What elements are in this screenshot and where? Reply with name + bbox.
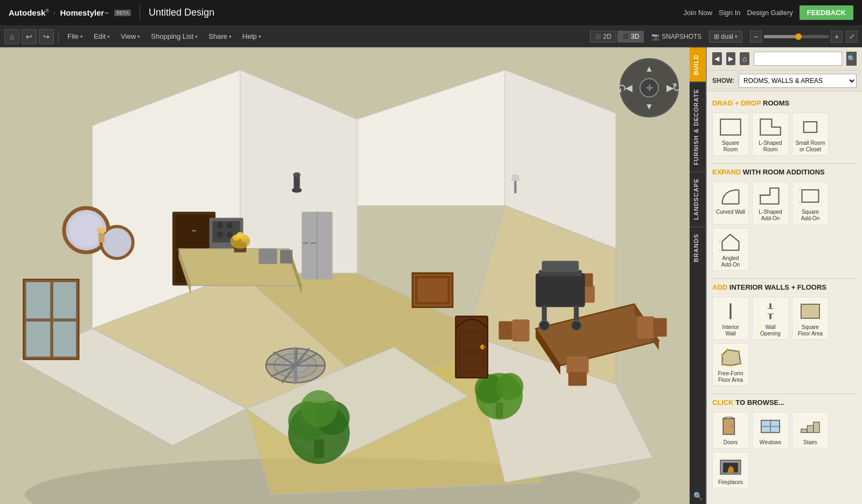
doors-item[interactable]: Doors (712, 412, 749, 449)
scene-svg (0, 47, 690, 504)
svg-rect-36 (303, 242, 308, 243)
nav-down-button[interactable]: ▼ (645, 102, 654, 111)
svg-rect-84 (418, 278, 448, 303)
shopping-list-menu[interactable]: Shopping List ▾ (147, 30, 202, 43)
fullscreen-button[interactable]: ⤢ (846, 31, 858, 43)
curved-wall-item[interactable]: Curved Wall (712, 181, 749, 225)
furnish-decorate-tab[interactable]: FURNISH & DECORATE (690, 82, 706, 172)
file-menu[interactable]: File ▾ (63, 30, 87, 43)
home-icon: ⌂ (10, 32, 14, 41)
svg-point-122 (721, 354, 723, 356)
panel-home-button[interactable]: ⌂ (740, 52, 749, 65)
feedback-button[interactable]: FEEDBACK (800, 5, 853, 20)
svg-point-126 (730, 365, 732, 367)
fireplaces-item[interactable]: Fireplaces (712, 452, 749, 488)
svg-rect-88 (26, 321, 51, 357)
zoom-minus-button[interactable]: − (750, 31, 762, 43)
svg-rect-28 (280, 250, 293, 263)
share-menu[interactable]: Share ▾ (204, 30, 236, 43)
share-caret: ▾ (229, 34, 232, 39)
svg-point-125 (740, 362, 742, 365)
svg-rect-137 (814, 422, 819, 433)
svg-rect-72 (542, 261, 579, 272)
stairs-item[interactable]: Stairs (792, 412, 829, 449)
small-room-icon (796, 115, 825, 139)
help-menu[interactable]: Help ▾ (238, 30, 266, 43)
svg-rect-136 (807, 425, 813, 432)
nav-rotate-right-button[interactable]: ↻ (672, 81, 682, 95)
zoom-bar: − + (750, 31, 843, 43)
canvas-area[interactable]: ▲ ▼ ◀ ▶ ✛ ↺ ↻ (0, 47, 690, 504)
design-title: Untitled Design (149, 7, 214, 18)
top-right-nav: Join Now Sign In Design Gallery FEEDBACK (684, 5, 853, 20)
section-div-1 (712, 163, 857, 164)
edit-menu[interactable]: Edit ▾ (89, 30, 114, 43)
expand-title: EXPAND WITH ROOM ADDITIONS (712, 168, 857, 176)
freeform-floor-item[interactable]: Free-FormFloor Area (712, 343, 749, 386)
svg-rect-64 (637, 316, 655, 338)
svg-point-58 (496, 373, 523, 400)
nav-rotate-left-button[interactable]: ↺ (617, 81, 627, 95)
svg-point-22 (217, 232, 223, 237)
svg-rect-70 (536, 273, 585, 307)
svg-point-124 (738, 351, 740, 353)
panel-forward-button[interactable]: ▶ (726, 52, 736, 65)
wall-opening-item[interactable]: WallOpening (752, 297, 789, 340)
svg-point-23 (227, 232, 233, 237)
view-menu[interactable]: View ▾ (116, 30, 144, 43)
svg-rect-65 (654, 318, 667, 337)
svg-rect-68 (512, 319, 530, 341)
view-3d-button[interactable]: ⬛ 3D (617, 31, 644, 43)
square-room-label: SquareRoom (722, 140, 739, 153)
design-gallery-link[interactable]: Design Gallery (747, 9, 793, 17)
toolbar-sep-1 (58, 30, 59, 43)
landscape-tab[interactable]: LANDSCAPE (690, 171, 706, 226)
logo-beta: BETA (114, 10, 131, 16)
zoom-thumb[interactable] (795, 33, 802, 40)
svg-point-81 (96, 227, 106, 233)
dual-view-button[interactable]: ⊞ dual ▾ (709, 31, 742, 43)
zoom-plus-button[interactable]: + (831, 31, 843, 43)
wall-opening-label: WallOpening (760, 324, 781, 337)
interior-highlight: ADD (712, 283, 727, 291)
panel-search-button[interactable]: 🔍 (690, 488, 706, 504)
crosshair-icon: ✛ (646, 83, 653, 93)
logo-homestyler: Homestyler™ (60, 8, 109, 17)
fireplaces-label: Fireplaces (718, 479, 743, 486)
square-room-item[interactable]: SquareRoom (712, 113, 749, 156)
svg-rect-66 (566, 356, 588, 374)
brands-tab[interactable]: BRANDS (690, 227, 706, 269)
show-dropdown[interactable]: ROOMS, WALLS & AREAS ALL FLOORS ONLY (739, 74, 857, 88)
square-addon-icon (796, 184, 825, 208)
panel-back-button[interactable]: ◀ (712, 52, 722, 65)
l-shaped-room-item[interactable]: L-ShapedRoom (752, 113, 789, 156)
join-now-link[interactable]: Join Now (684, 9, 712, 17)
sign-in-link[interactable]: Sign In (719, 9, 740, 17)
square-floor-item[interactable]: SquareFloor Area (792, 297, 829, 340)
square-addon-item[interactable]: SquareAdd-On (792, 181, 829, 225)
nav-center-button[interactable]: ✛ (639, 78, 659, 97)
app-logo: Autodesk® · Homestyler™ BETA (9, 8, 131, 18)
windows-item[interactable]: Windows (752, 412, 789, 449)
view-2d-button[interactable]: 🎥 2D (590, 31, 616, 43)
small-room-item[interactable]: Small Roomor Closet (792, 113, 829, 156)
redo-button[interactable]: ↪ (39, 29, 54, 44)
l-shaped-addon-item[interactable]: L-ShapedAdd-On (752, 181, 789, 225)
interior-wall-item[interactable]: InteriorWall (712, 297, 749, 340)
snapshots-button[interactable]: 📷 SNAPSHOTS (647, 31, 706, 42)
home-button[interactable]: ⌂ (4, 29, 19, 44)
svg-marker-104 (760, 188, 778, 204)
undo-button[interactable]: ↩ (22, 29, 37, 44)
l-shaped-room-label: L-ShapedRoom (759, 140, 782, 153)
build-tab[interactable]: BUILD (690, 47, 706, 82)
nav-controls: ▲ ▼ ◀ ▶ ✛ ↺ ↻ (620, 58, 679, 117)
panel-search-input[interactable] (754, 52, 842, 66)
zoom-slider[interactable] (764, 35, 829, 38)
panel-search-submit[interactable]: 🔍 (846, 52, 857, 66)
l-shaped-addon-label: L-ShapedAdd-On (759, 209, 782, 222)
svg-rect-67 (568, 372, 587, 386)
interior-wall-icon (716, 299, 745, 323)
nav-up-button[interactable]: ▲ (645, 64, 654, 74)
angled-addon-item[interactable]: AngledAdd-On (712, 228, 749, 271)
interior-title: ADD INTERIOR WALLS + FLOORS (712, 283, 857, 291)
